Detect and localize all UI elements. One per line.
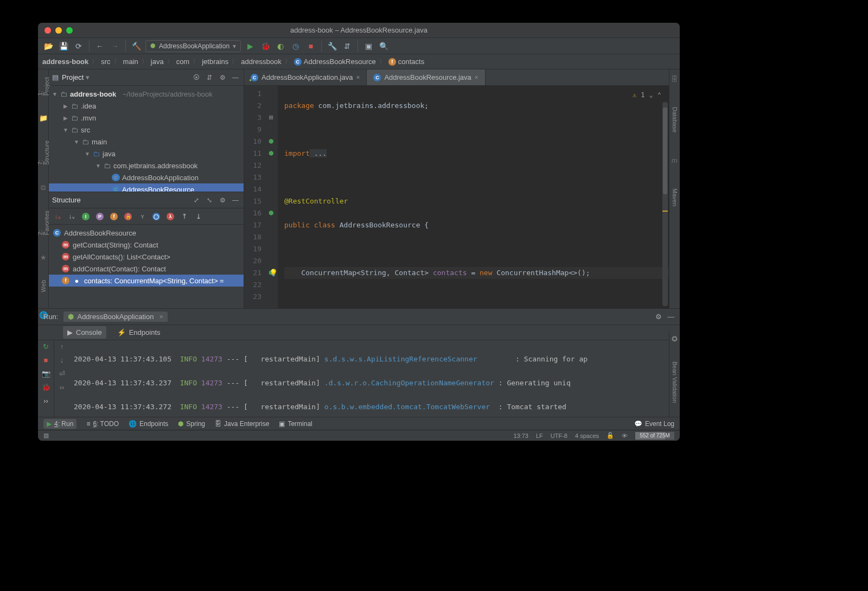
bottom-tab-todo[interactable]: ≡6: TODO <box>86 420 119 428</box>
chevron-down-icon[interactable]: ⌄ <box>649 89 653 101</box>
editor-scrollbar[interactable] <box>662 102 668 306</box>
profile-icon[interactable]: ◷ <box>290 40 302 52</box>
left-tab-web[interactable]: Web <box>39 278 48 294</box>
gear-icon[interactable]: ⚙ <box>218 73 227 82</box>
status-line-ending[interactable]: LF <box>536 433 543 439</box>
chevron-up-icon[interactable]: ⌃ <box>658 89 661 101</box>
hide-icon[interactable]: — <box>231 195 240 205</box>
more-icon[interactable]: ›› <box>60 383 65 391</box>
tree-package[interactable]: ▼🗀com.jetbrains.addressbook <box>49 160 244 171</box>
bottom-tab-spring[interactable]: ⬢Spring <box>178 420 205 428</box>
close-window-button[interactable] <box>44 27 51 34</box>
open-icon[interactable]: 📂 <box>42 40 54 52</box>
crumb-field[interactable]: fcontacts <box>388 58 424 66</box>
gear-icon[interactable]: ⚙ <box>218 195 227 205</box>
sort-alpha-icon[interactable]: ↓ₐ <box>52 211 63 222</box>
camera-icon[interactable]: 📷 <box>42 370 50 378</box>
tree-java[interactable]: ▼🗀java <box>49 148 244 160</box>
intention-bulb-icon[interactable]: 💡 <box>269 267 278 279</box>
right-tab-database[interactable]: Database <box>671 105 679 135</box>
collapse-icon[interactable]: ⇵ <box>205 73 214 82</box>
run-icon[interactable]: ▶ <box>244 40 256 52</box>
close-icon[interactable]: × <box>356 74 360 81</box>
crumb-main[interactable]: main <box>123 58 149 66</box>
wrap-icon[interactable]: ⏎ <box>59 370 65 378</box>
bottom-tab-run[interactable]: ▶4: Run <box>43 419 76 429</box>
collapse-all-icon[interactable]: ⤡ <box>205 195 214 205</box>
status-indent[interactable]: 4 spaces <box>575 433 599 439</box>
rerun-icon[interactable]: ↻ <box>43 342 49 351</box>
show-anonymous-icon[interactable]: ◯ <box>151 211 162 222</box>
status-encoding[interactable]: UTF-8 <box>551 433 567 439</box>
scrollbar-thumb[interactable] <box>663 107 667 194</box>
tree-main[interactable]: ▼🗀main <box>49 136 244 148</box>
autoscroll-to-icon[interactable]: ⤒ <box>179 211 190 222</box>
bottom-tab-endpoints[interactable]: 🌐Endpoints <box>129 420 168 428</box>
show-interface-icon[interactable]: I <box>80 211 91 222</box>
down-icon[interactable]: ↓ <box>60 356 64 364</box>
close-icon[interactable]: × <box>475 74 478 81</box>
editor-tab-resource[interactable]: CAddressBookResource.java× <box>367 69 485 85</box>
editor-inspections[interactable]: ⚠1 ⌄ ⌃ <box>633 89 661 101</box>
run-anything-icon[interactable]: ▣ <box>362 40 374 52</box>
tree-resource-class[interactable]: CAddressBookResource <box>49 183 244 192</box>
tree-root[interactable]: ▼🗀address-book ~/IdeaProjects/address-bo… <box>49 88 244 100</box>
console-output[interactable]: 2020-04-13 11:37:43.105 INFO 14273 --- [… <box>69 340 680 417</box>
console-tab[interactable]: ▶Console <box>63 326 106 339</box>
bottom-tab-eventlog[interactable]: 💬Event Log <box>634 420 674 428</box>
update-icon[interactable]: ⇵ <box>341 40 353 52</box>
build-icon[interactable]: 🔨 <box>130 40 142 52</box>
status-caret[interactable]: 13:73 <box>513 433 528 439</box>
show-lambda-icon[interactable]: λ <box>165 211 176 222</box>
right-tab-bean[interactable]: Bean Validation <box>671 359 679 405</box>
crumb-src[interactable]: src <box>101 58 120 66</box>
search-icon[interactable]: 🔍 <box>378 40 390 52</box>
sort-visibility-icon[interactable]: ↓ᵥ <box>66 211 77 222</box>
back-icon[interactable]: ← <box>94 40 106 52</box>
crumb-addressbook[interactable]: addressbook <box>241 58 291 66</box>
right-tab-maven[interactable]: Maven <box>671 186 679 208</box>
crumb-class[interactable]: CAddressBookResource <box>294 58 386 66</box>
tree-app-class[interactable]: CAddressBookApplication <box>49 171 244 183</box>
structure-method[interactable]: mgetContact(String): Contact <box>49 239 244 251</box>
minimize-window-button[interactable] <box>55 27 62 34</box>
tool-windows-icon[interactable]: ▥ <box>43 432 49 439</box>
left-tab-structure[interactable]: 7: Structure <box>38 138 51 167</box>
editor-body[interactable]: 1239 10111213 14151617 18192021 2223 ⊞ ⬢… <box>244 86 669 308</box>
left-tab-project[interactable]: 1: Project <box>38 75 51 98</box>
forward-icon[interactable]: → <box>109 40 121 52</box>
show-nonpublic-icon[interactable]: 🔒 <box>123 211 133 222</box>
endpoints-tab[interactable]: ⚡Endpoints <box>113 326 165 339</box>
run-config-selector[interactable]: ⬢ AddressBookApplication ▾ <box>145 40 241 52</box>
tree-src[interactable]: ▼🗀src <box>49 124 244 136</box>
target-icon[interactable]: ⦿ <box>192 73 201 82</box>
coverage-icon[interactable]: ◐ <box>275 40 286 52</box>
sync-icon[interactable]: ⟳ <box>73 40 85 52</box>
crumb-project[interactable]: address-book <box>42 58 99 66</box>
bottom-tab-terminal[interactable]: ▣Terminal <box>279 420 312 428</box>
structure-method[interactable]: mgetAllContacts(): List<Contact> <box>49 251 244 263</box>
stop-icon[interactable]: ■ <box>44 356 48 364</box>
crumb-jetbrains[interactable]: jetbrains <box>202 58 239 66</box>
save-icon[interactable]: 💾 <box>58 40 69 52</box>
up-icon[interactable]: ↑ <box>60 342 64 351</box>
tree-mvn[interactable]: ▶🗀.mvn <box>49 112 244 124</box>
more-icon[interactable]: ›› <box>43 397 48 405</box>
crumb-com[interactable]: com <box>176 58 200 66</box>
show-fields-icon[interactable]: f <box>108 211 119 222</box>
editor-tab-app[interactable]: CAddressBookApplication.java× <box>244 69 367 85</box>
close-icon[interactable]: × <box>159 313 163 321</box>
tree-idea[interactable]: ▶🗀.idea <box>49 100 244 112</box>
structure-method[interactable]: maddContact(Contact): Contact <box>49 263 244 275</box>
run-config-tab[interactable]: ⬢AddressBookApplication× <box>63 312 168 322</box>
memory-indicator[interactable]: 552 of 725M <box>635 432 674 440</box>
expand-all-icon[interactable]: ⤢ <box>192 195 201 205</box>
stop-icon[interactable]: ■ <box>305 40 317 52</box>
show-inherited-icon[interactable]: ʏ <box>137 211 148 222</box>
project-panel-title[interactable]: Project ▾ <box>62 73 188 81</box>
inspect-icon[interactable]: 👁 <box>622 433 628 439</box>
code-editor[interactable]: package com.jetbrains.addressbook; impor… <box>278 86 669 308</box>
lock-icon[interactable]: 🔓 <box>607 432 614 439</box>
project-tree[interactable]: ▼🗀address-book ~/IdeaProjects/address-bo… <box>49 86 244 192</box>
show-properties-icon[interactable]: P <box>94 211 105 222</box>
